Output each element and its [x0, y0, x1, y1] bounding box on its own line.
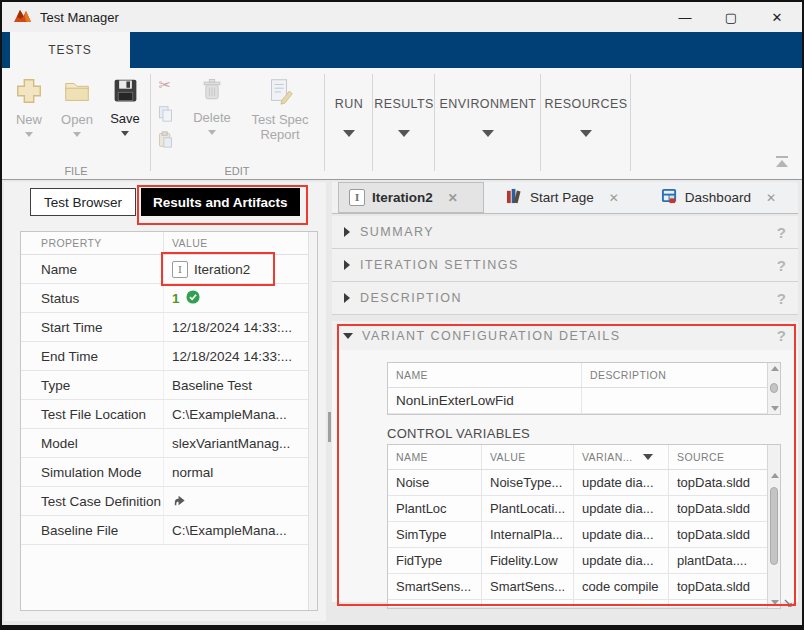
left-panel: Test Browser Results and Artifacts PROPE…	[4, 182, 326, 621]
value-column-header: VALUE	[163, 232, 317, 254]
main-area: Test Browser Results and Artifacts PROPE…	[2, 180, 802, 625]
config-table-scrollbar[interactable]	[767, 363, 780, 414]
cv-value-header[interactable]: VALUE	[481, 445, 573, 469]
table-row[interactable]: Noise NoiseType... update dia... topData…	[388, 470, 780, 496]
control-variables-label: CONTROL VARIABLES	[387, 426, 530, 441]
expand-arrow-icon	[344, 260, 350, 270]
section-description[interactable]: DESCRIPTION ?	[332, 282, 798, 315]
close-tab-icon[interactable]: ✕	[448, 191, 458, 205]
expand-arrow-icon	[344, 293, 350, 303]
table-row-model[interactable]: Model slexVariantManag...	[21, 429, 317, 458]
resources-dropdown[interactable]: RESOURCES	[544, 68, 628, 165]
close-button[interactable]: ✕	[754, 2, 800, 32]
cut-icon[interactable]: ✂	[154, 74, 176, 96]
results-chevron-icon	[398, 130, 410, 137]
section-iteration-settings[interactable]: ITERATION SETTINGS ?	[332, 249, 798, 282]
scroll-up-icon[interactable]	[771, 366, 779, 371]
table-row-status[interactable]: Status 1	[21, 284, 317, 313]
doc-tab-dashboard[interactable]: Dashboard ✕	[651, 182, 786, 213]
delete-dropdown-icon[interactable]	[208, 130, 216, 135]
dashboard-icon	[661, 188, 678, 207]
environment-chevron-icon	[482, 130, 494, 137]
section-summary[interactable]: SUMMARY ?	[332, 216, 798, 249]
cv-variant-header[interactable]: VARIAN...	[573, 445, 668, 469]
table-row[interactable]: FidType Fidelity.Low update dia... plant…	[388, 548, 780, 574]
tab-results-and-artifacts[interactable]: Results and Artifacts	[141, 188, 300, 216]
properties-scrollbar[interactable]	[308, 232, 317, 610]
ribbon-toolbar: New Open Save FILE ✂ Delete Test SpecRep…	[2, 68, 802, 180]
table-row[interactable]: PlantLoc PlantLocati... update dia... to…	[388, 496, 780, 522]
table-row[interactable]: SimType InternalPla... update dia... top…	[388, 522, 780, 548]
copy-icon[interactable]	[154, 102, 176, 124]
minimize-button[interactable]: —	[662, 2, 708, 32]
scroll-up-icon[interactable]	[771, 473, 779, 478]
new-button[interactable]: New	[8, 76, 50, 137]
close-tab-icon[interactable]: ✕	[609, 191, 619, 205]
resources-chevron-icon	[580, 130, 592, 137]
help-icon[interactable]: ?	[777, 257, 786, 274]
section-variant-configuration-details[interactable]: VARIANT CONFIGURATION DETAILS ?	[332, 321, 798, 350]
splitter-handle[interactable]	[328, 412, 331, 442]
delete-button[interactable]: Delete	[186, 76, 238, 135]
cv-table-scrollbar[interactable]	[767, 445, 780, 608]
environment-dropdown[interactable]: ENVIRONMENT	[438, 68, 538, 165]
config-description-header: DESCRIPTION	[581, 363, 768, 387]
control-variables-table: NAME VALUE VARIAN... SOURCE Noise NoiseT…	[387, 444, 781, 609]
table-row-baseline-file[interactable]: Baseline File C:\ExampleMana...	[21, 516, 317, 545]
table-row-start-time[interactable]: Start Time 12/18/2024 14:33:...	[21, 313, 317, 342]
table-row-test-case-definition[interactable]: Test Case Definition	[21, 487, 317, 516]
scroll-thumb[interactable]	[770, 383, 778, 393]
status-check-icon	[186, 290, 200, 307]
help-icon[interactable]: ?	[777, 224, 786, 241]
maximize-button[interactable]: ▢	[708, 2, 754, 32]
property-column-header: PROPERTY	[21, 237, 163, 249]
paste-icon[interactable]	[154, 128, 176, 150]
table-row[interactable]: SmartSens... SmartSens... code compile t…	[388, 574, 780, 600]
iteration-icon: I	[172, 261, 188, 278]
title-bar: Test Manager — ▢ ✕	[2, 2, 802, 32]
help-icon[interactable]: ?	[777, 290, 786, 307]
config-name-header: NAME	[388, 363, 581, 387]
table-row-test-file-location[interactable]: Test File Location C:\ExampleMana...	[21, 400, 317, 429]
run-dropdown[interactable]: RUN	[328, 68, 370, 165]
properties-table-header: PROPERTY VALUE	[21, 232, 317, 255]
table-row-end-time[interactable]: End Time 12/18/2024 14:33:...	[21, 342, 317, 371]
scroll-down-icon[interactable]	[771, 406, 779, 411]
close-tab-icon[interactable]: ✕	[766, 191, 776, 205]
doc-tab-start-page[interactable]: Start Page ✕	[496, 182, 629, 213]
ribbon-tab-band: TESTS	[2, 32, 802, 68]
table-row-simulation-mode[interactable]: Simulation Mode normal	[21, 458, 317, 487]
help-icon[interactable]: ?	[777, 327, 786, 344]
collapse-ribbon-button[interactable]	[774, 156, 790, 169]
tab-tests[interactable]: TESTS	[10, 32, 130, 68]
open-dropdown-icon[interactable]	[73, 132, 81, 137]
table-row-name[interactable]: Name IIteration2	[21, 255, 317, 284]
doc-tab-iteration2[interactable]: I Iteration2 ✕	[338, 182, 484, 213]
delete-trash-icon	[198, 76, 226, 108]
open-folder-icon	[62, 76, 92, 110]
goto-test-case-icon[interactable]	[172, 492, 187, 510]
table-row-type[interactable]: Type Baseline Test	[21, 371, 317, 400]
new-plus-icon	[14, 76, 44, 110]
table-row[interactable]: NonLinExterLowFid	[388, 388, 780, 414]
sort-dropdown-icon[interactable]	[643, 454, 653, 460]
matlab-logo-icon	[14, 8, 31, 27]
results-dropdown[interactable]: RESULTS	[376, 68, 432, 165]
variant-configuration-body: NAME DESCRIPTION NonLinExterLowFid	[332, 350, 798, 602]
scroll-down-icon[interactable]	[771, 600, 779, 605]
start-page-books-icon	[506, 188, 523, 207]
iteration-icon: I	[349, 189, 365, 206]
cv-source-header[interactable]: SOURCE	[668, 445, 768, 469]
file-group-label: FILE	[2, 165, 150, 177]
save-button[interactable]: Save	[104, 76, 146, 136]
cv-name-header[interactable]: NAME	[388, 445, 481, 469]
properties-table: PROPERTY VALUE Name IIteration2 Status 1…	[20, 231, 318, 611]
save-dropdown-icon[interactable]	[121, 131, 129, 136]
scroll-thumb[interactable]	[770, 487, 778, 565]
tab-test-browser[interactable]: Test Browser	[30, 188, 136, 216]
variant-config-table: NAME DESCRIPTION NonLinExterLowFid	[387, 362, 781, 415]
new-dropdown-icon[interactable]	[25, 132, 33, 137]
test-spec-report-button[interactable]: Test SpecReport	[242, 76, 318, 142]
resize-grip-icon[interactable]	[784, 593, 795, 611]
open-button[interactable]: Open	[54, 76, 100, 137]
